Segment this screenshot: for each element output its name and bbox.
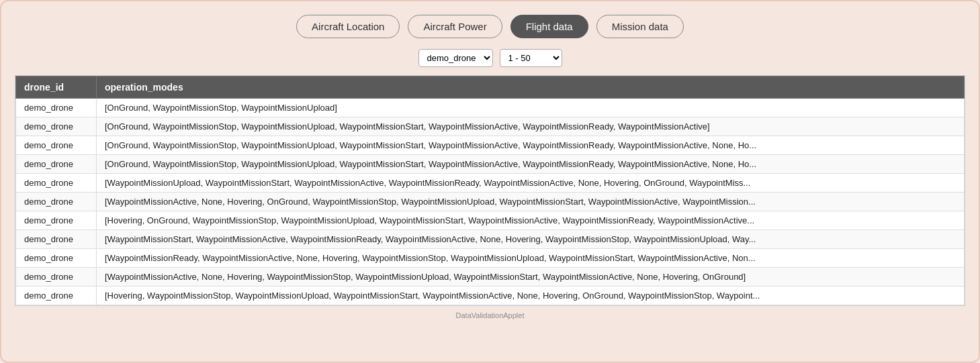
table-row: demo_drone[WaypointMissionActive, None, … <box>16 268 965 287</box>
cell-drone-id: demo_drone <box>16 211 97 230</box>
footer-text: DataValidationApplet <box>456 311 525 319</box>
tab-aircraft-location[interactable]: Aircraft Location <box>296 15 400 38</box>
controls-row: demo_drone 1 - 5051 - 100101 - 150 <box>418 49 562 67</box>
cell-operation-modes: [OnGround, WaypointMissionStop, Waypoint… <box>97 136 965 155</box>
cell-drone-id: demo_drone <box>16 155 97 174</box>
cell-drone-id: demo_drone <box>16 268 97 287</box>
table-row: demo_drone[OnGround, WaypointMissionStop… <box>16 155 965 174</box>
table-row: demo_drone[OnGround, WaypointMissionStop… <box>16 99 965 117</box>
table-body: demo_drone[OnGround, WaypointMissionStop… <box>16 99 965 305</box>
table-row: demo_drone[WaypointMissionUpload, Waypoi… <box>16 174 965 193</box>
range-selector[interactable]: 1 - 5051 - 100101 - 150 <box>500 49 562 67</box>
cell-drone-id: demo_drone <box>16 174 97 193</box>
cell-drone-id: demo_drone <box>16 249 97 268</box>
table-wrapper: drone_id operation_modes demo_drone[OnGr… <box>15 75 965 306</box>
col-header-operation-modes: operation_modes <box>97 76 965 99</box>
tab-aircraft-power[interactable]: Aircraft Power <box>408 15 502 38</box>
cell-operation-modes: [OnGround, WaypointMissionStop, Waypoint… <box>97 117 965 136</box>
drone-selector[interactable]: demo_drone <box>418 49 493 67</box>
table-row: demo_drone[Hovering, WaypointMissionStop… <box>16 287 965 305</box>
cell-operation-modes: [WaypointMissionStart, WaypointMissionAc… <box>97 230 965 249</box>
col-header-drone-id: drone_id <box>16 76 97 99</box>
cell-drone-id: demo_drone <box>16 193 97 211</box>
cell-drone-id: demo_drone <box>16 287 97 305</box>
table-row: demo_drone[Hovering, OnGround, WaypointM… <box>16 211 965 230</box>
table-header-row: drone_id operation_modes <box>16 76 965 99</box>
table-row: demo_drone[WaypointMissionStart, Waypoin… <box>16 230 965 249</box>
cell-operation-modes: [WaypointMissionActive, None, Hovering, … <box>97 193 965 211</box>
cell-drone-id: demo_drone <box>16 99 97 117</box>
cell-operation-modes: [OnGround, WaypointMissionStop, Waypoint… <box>97 155 965 174</box>
table-row: demo_drone[WaypointMissionActive, None, … <box>16 193 965 211</box>
cell-drone-id: demo_drone <box>16 136 97 155</box>
table-row: demo_drone[OnGround, WaypointMissionStop… <box>16 136 965 155</box>
tabs-container: Aircraft LocationAircraft PowerFlight da… <box>296 15 684 38</box>
cell-drone-id: demo_drone <box>16 230 97 249</box>
data-table: drone_id operation_modes demo_drone[OnGr… <box>15 76 965 305</box>
tab-mission-data[interactable]: Mission data <box>596 15 684 38</box>
cell-operation-modes: [Hovering, WaypointMissionStop, Waypoint… <box>97 287 965 305</box>
cell-operation-modes: [WaypointMissionReady, WaypointMissionAc… <box>97 249 965 268</box>
table-row: demo_drone[OnGround, WaypointMissionStop… <box>16 117 965 136</box>
table-row: demo_drone[WaypointMissionReady, Waypoin… <box>16 249 965 268</box>
cell-operation-modes: [Hovering, OnGround, WaypointMissionStop… <box>97 211 965 230</box>
cell-operation-modes: [WaypointMissionUpload, WaypointMissionS… <box>97 174 965 193</box>
cell-operation-modes: [OnGround, WaypointMissionStop, Waypoint… <box>97 99 965 117</box>
cell-drone-id: demo_drone <box>16 117 97 136</box>
tab-flight-data[interactable]: Flight data <box>510 15 588 38</box>
cell-operation-modes: [WaypointMissionActive, None, Hovering, … <box>97 268 965 287</box>
